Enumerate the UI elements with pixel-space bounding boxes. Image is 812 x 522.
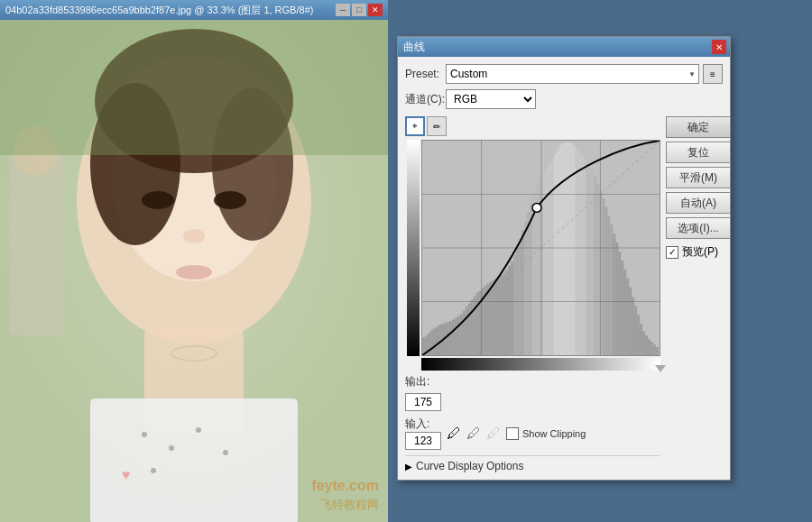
preset-select[interactable]: CustomDefaultContrastBrightness bbox=[446, 64, 699, 84]
minimize-button[interactable]: ─ bbox=[336, 4, 350, 16]
svg-rect-64 bbox=[530, 203, 532, 355]
black-eyedropper[interactable]: 🖊 bbox=[447, 426, 461, 442]
main-content: ⌖ ✏ bbox=[405, 116, 723, 472]
reset-button[interactable]: 复位 bbox=[666, 142, 731, 163]
svg-rect-40 bbox=[466, 307, 468, 355]
output-row: 输出: bbox=[405, 374, 660, 389]
left-panel: ⌖ ✏ bbox=[405, 116, 660, 472]
svg-point-8 bbox=[214, 191, 246, 209]
photo-image: ♥ bbox=[0, 20, 388, 522]
show-clipping-label: Show Clipping bbox=[522, 428, 586, 439]
close-button[interactable]: ✕ bbox=[368, 4, 383, 16]
curves-body: Preset: CustomDefaultContrastBrightness … bbox=[398, 57, 730, 480]
svg-rect-27 bbox=[430, 330, 433, 355]
clipping-row: Show Clipping bbox=[506, 427, 586, 440]
svg-rect-96 bbox=[615, 243, 618, 355]
channel-row: 通道(C): RGBRedGreenBlue bbox=[405, 89, 723, 109]
svg-point-9 bbox=[183, 229, 205, 243]
show-clipping-checkbox[interactable] bbox=[506, 427, 519, 440]
photo-background: ♥ bbox=[0, 20, 388, 522]
maximize-button[interactable]: □ bbox=[352, 4, 366, 16]
auto-button[interactable]: 自动(A) bbox=[666, 192, 731, 214]
channel-label: 通道(C): bbox=[405, 92, 446, 107]
svg-rect-95 bbox=[613, 234, 615, 355]
svg-rect-109 bbox=[651, 342, 653, 355]
preset-label: Preset: bbox=[405, 68, 446, 80]
svg-rect-60 bbox=[519, 239, 521, 355]
curves-dialog: 曲线 ✕ Preset: CustomDefaultContrastBright… bbox=[397, 36, 731, 481]
svg-rect-62 bbox=[524, 221, 527, 355]
svg-rect-101 bbox=[629, 288, 632, 355]
right-buttons: 确定 复位 平滑(M) 自动(A) 选项(I)... ✓ 预览(P) bbox=[666, 116, 731, 472]
curve-point-tool[interactable]: ⌖ bbox=[405, 116, 425, 136]
svg-point-10 bbox=[176, 265, 212, 279]
svg-rect-87 bbox=[592, 172, 595, 355]
svg-rect-97 bbox=[618, 252, 621, 355]
svg-rect-100 bbox=[626, 279, 629, 355]
input-value[interactable]: 123 bbox=[405, 432, 441, 450]
svg-rect-24 bbox=[422, 337, 425, 355]
svg-rect-85 bbox=[586, 163, 589, 355]
svg-rect-77 bbox=[565, 142, 567, 355]
curve-draw-tool[interactable]: ✏ bbox=[427, 116, 447, 136]
svg-rect-49 bbox=[489, 282, 492, 355]
svg-rect-61 bbox=[521, 230, 524, 355]
watermark-chinese: 飞特教程网 bbox=[311, 497, 379, 513]
options-button[interactable]: 选项(I)... bbox=[666, 217, 731, 239]
svg-rect-54 bbox=[503, 273, 505, 355]
svg-rect-92 bbox=[604, 206, 607, 355]
svg-point-16 bbox=[223, 450, 228, 455]
preview-checkbox[interactable]: ✓ bbox=[666, 246, 678, 259]
svg-rect-106 bbox=[642, 331, 645, 355]
svg-rect-89 bbox=[596, 184, 599, 355]
input-label: 输入: bbox=[405, 417, 441, 432]
ok-button[interactable]: 确定 bbox=[666, 116, 731, 138]
svg-rect-83 bbox=[581, 155, 584, 355]
curve-graph[interactable] bbox=[421, 140, 660, 356]
graph-container bbox=[421, 140, 660, 356]
svg-rect-41 bbox=[468, 303, 471, 355]
smooth-button[interactable]: 平滑(M) bbox=[666, 167, 731, 188]
expand-arrow[interactable]: ▶ bbox=[405, 462, 412, 472]
svg-rect-42 bbox=[471, 300, 474, 355]
svg-rect-22 bbox=[0, 20, 388, 155]
preview-label: 预览(P) bbox=[682, 244, 718, 260]
gray-eyedropper[interactable]: 🖊 bbox=[466, 426, 481, 442]
svg-rect-51 bbox=[494, 279, 497, 355]
svg-rect-94 bbox=[610, 224, 613, 355]
svg-rect-53 bbox=[500, 275, 503, 355]
output-value-row: 175 bbox=[405, 393, 660, 411]
channel-select[interactable]: RGBRedGreenBlue bbox=[446, 89, 536, 109]
svg-rect-12 bbox=[90, 398, 298, 522]
eyedropper-clipping-row: 输入: 123 🖊 🖊 🖊 Show Clipping bbox=[405, 417, 660, 450]
watermark-english: feyte.com bbox=[311, 476, 379, 496]
svg-rect-93 bbox=[607, 215, 610, 355]
svg-rect-20 bbox=[9, 155, 63, 335]
preset-menu-button[interactable]: ≡ bbox=[703, 64, 723, 84]
curves-dialog-title: 曲线 bbox=[403, 40, 425, 55]
svg-rect-55 bbox=[505, 270, 508, 355]
svg-rect-91 bbox=[602, 198, 604, 355]
vertical-gradient bbox=[407, 140, 420, 356]
curves-close-button[interactable]: ✕ bbox=[712, 40, 726, 54]
main-window-title: 04b02a33fd8533986ecc65a9bbb2f87e.jpg @ 3… bbox=[5, 4, 336, 17]
svg-rect-30 bbox=[438, 325, 441, 355]
svg-rect-84 bbox=[584, 159, 586, 355]
svg-point-15 bbox=[196, 427, 201, 433]
svg-rect-102 bbox=[632, 298, 634, 355]
svg-rect-78 bbox=[567, 142, 570, 355]
white-eyedropper[interactable]: 🖊 bbox=[486, 426, 501, 442]
svg-rect-110 bbox=[653, 344, 656, 355]
curve-svg bbox=[422, 141, 660, 355]
svg-point-13 bbox=[142, 432, 147, 437]
svg-rect-107 bbox=[645, 335, 648, 355]
svg-rect-108 bbox=[648, 339, 651, 355]
svg-rect-73 bbox=[554, 154, 557, 355]
svg-rect-88 bbox=[595, 177, 597, 355]
output-value[interactable]: 175 bbox=[405, 393, 441, 411]
svg-rect-35 bbox=[452, 319, 455, 355]
horizontal-gradient bbox=[421, 358, 660, 371]
svg-rect-74 bbox=[557, 150, 559, 355]
svg-rect-34 bbox=[449, 321, 452, 355]
svg-rect-63 bbox=[527, 212, 530, 355]
